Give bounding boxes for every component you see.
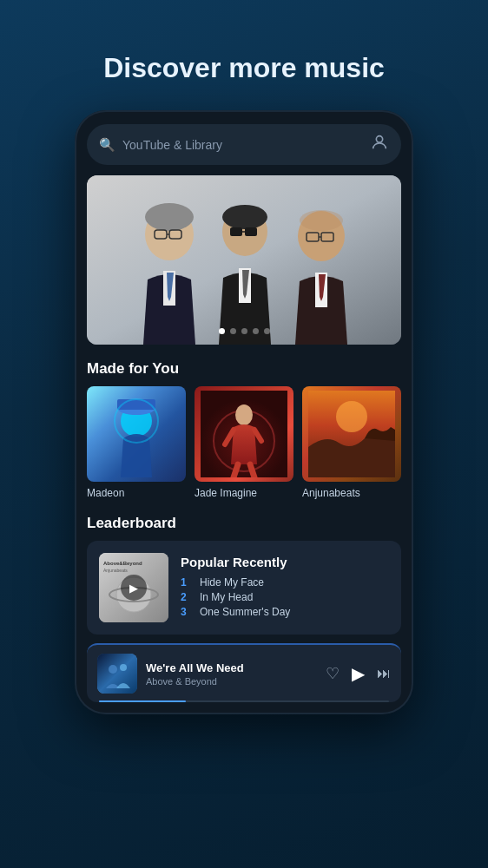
- cards-row: Madeon: [75, 386, 413, 499]
- lb-track-1[interactable]: 1 Hide My Face: [181, 576, 389, 589]
- lb-info: Popular Recently 1 Hide My Face 2 In My …: [181, 555, 389, 621]
- svg-point-35: [336, 401, 367, 432]
- banner-dots: [87, 321, 401, 338]
- card-label-anjuna: Anjunabeats: [302, 487, 401, 499]
- now-playing-bar[interactable]: We're All We Need Above & Beyond ♡ ▶ ⏭: [87, 643, 401, 702]
- lb-track-2[interactable]: 2 In My Head: [181, 591, 389, 603]
- made-for-you-title: Made for You: [87, 360, 401, 378]
- dot-3: [241, 328, 247, 334]
- card-madeon[interactable]: Madeon: [87, 386, 186, 499]
- card-label-madeon: Madeon: [87, 487, 186, 499]
- np-artist: Above & Beyond: [146, 676, 317, 687]
- svg-point-17: [300, 210, 343, 231]
- card-label-jade: Jade Imagine: [195, 487, 293, 499]
- lb-track-3[interactable]: 3 One Summer's Day: [181, 606, 389, 618]
- lb-play-button[interactable]: ▶: [121, 575, 147, 601]
- lb-num-1: 1: [181, 576, 193, 589]
- svg-point-43: [120, 664, 127, 671]
- hero-banner: [87, 175, 401, 345]
- svg-text:Anjunabeats: Anjunabeats: [103, 568, 128, 573]
- heart-icon[interactable]: ♡: [326, 664, 340, 683]
- dot-1: [219, 328, 225, 334]
- svg-rect-11: [230, 227, 242, 236]
- svg-point-0: [376, 136, 382, 142]
- phone-container: 🔍 YouTube & Library: [75, 110, 413, 714]
- leaderboard-title: Leaderboard: [87, 515, 401, 532]
- lb-card-title: Popular Recently: [181, 555, 389, 569]
- leaderboard-card[interactable]: Above&Beyond Anjunabeats ▶ Popular Recen…: [87, 541, 401, 635]
- lb-num-2: 2: [181, 591, 193, 603]
- profile-icon[interactable]: [370, 133, 389, 156]
- np-thumbnail: [97, 654, 137, 694]
- dot-4: [253, 328, 259, 334]
- progress-bar: [99, 700, 389, 702]
- page-title: Discover more music: [0, 52, 488, 84]
- np-title: We're All We Need: [146, 661, 317, 674]
- dot-2: [230, 328, 236, 334]
- lb-track-name-3: One Summer's Day: [200, 606, 290, 618]
- svg-line-32: [234, 464, 238, 477]
- lb-num-3: 3: [181, 606, 193, 618]
- svg-point-10: [222, 205, 267, 229]
- lb-track-name-2: In My Head: [200, 591, 253, 603]
- card-jade[interactable]: Jade Imagine: [195, 386, 293, 499]
- play-icon[interactable]: ▶: [352, 663, 365, 684]
- card-anjuna[interactable]: Anjunabeats: [302, 386, 401, 499]
- np-controls[interactable]: ♡ ▶ ⏭: [326, 663, 391, 684]
- lb-track-name-1: Hide My Face: [200, 576, 264, 589]
- progress-fill: [99, 700, 186, 702]
- svg-point-42: [109, 665, 117, 674]
- svg-text:Above&Beyond: Above&Beyond: [103, 561, 142, 566]
- lb-thumbnail: Above&Beyond Anjunabeats ▶: [99, 553, 168, 622]
- search-icon: 🔍: [99, 137, 115, 153]
- skip-icon[interactable]: ⏭: [377, 666, 391, 681]
- search-bar[interactable]: 🔍 YouTube & Library: [87, 124, 401, 165]
- svg-rect-12: [245, 227, 257, 236]
- dot-5: [264, 328, 270, 334]
- np-track-info: We're All We Need Above & Beyond: [146, 661, 317, 687]
- svg-point-3: [145, 203, 194, 231]
- svg-point-29: [235, 404, 253, 425]
- search-placeholder: YouTube & Library: [122, 138, 363, 152]
- svg-line-33: [250, 464, 254, 477]
